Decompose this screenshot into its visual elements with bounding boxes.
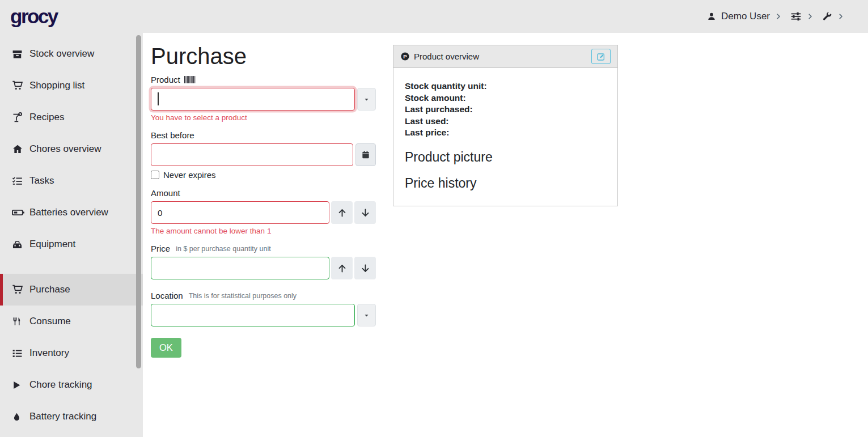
app-window: grocy Demo User <box>0 0 868 437</box>
never-expires-checkbox[interactable] <box>151 171 159 179</box>
amount-increment-button[interactable] <box>331 201 353 224</box>
sidebar-item-label: Chores overview <box>29 143 101 155</box>
stat-last-used: Last used: <box>405 116 606 128</box>
best-before-label: Best before <box>151 130 194 140</box>
price-history-heading: Price history <box>405 176 606 191</box>
arrow-down-icon <box>361 264 370 273</box>
price-field-group: Price in $ per purchase quantity unit <box>151 244 376 279</box>
arrow-up-icon <box>337 208 347 218</box>
wrench-icon <box>822 11 832 22</box>
amount-error-text: The amount cannot be lower than 1 <box>151 227 376 235</box>
location-input[interactable] <box>151 304 355 326</box>
sidebar-item-label: Stock overview <box>29 48 94 60</box>
page-title: Purchase <box>151 44 376 69</box>
svg-text:P: P <box>403 53 407 60</box>
battery-icon <box>12 206 24 219</box>
sliders-icon <box>790 11 802 22</box>
sidebar-item-label: Shopping list <box>29 80 84 91</box>
stat-last-price: Last price: <box>405 127 606 139</box>
price-input[interactable] <box>151 257 329 279</box>
utensils-icon <box>12 316 24 326</box>
ok-button[interactable]: OK <box>151 338 181 358</box>
sidebar-item-equipment[interactable]: Equipment <box>0 228 143 260</box>
play-icon <box>12 380 24 390</box>
text-cursor <box>158 92 159 105</box>
amount-input[interactable] <box>151 201 329 224</box>
sidebar-item-label: Equipment <box>29 239 75 250</box>
location-dropdown-button[interactable] <box>357 304 376 326</box>
arrow-up-icon <box>337 264 347 273</box>
user-icon <box>707 12 716 21</box>
product-circle-icon: P <box>400 52 410 61</box>
location-label: Location <box>151 291 183 300</box>
product-input[interactable] <box>151 88 355 111</box>
price-hint: in $ per purchase quantity unit <box>176 245 270 253</box>
product-overview-title: Product overview <box>414 52 479 61</box>
sidebar-item-purchase[interactable]: Purchase <box>0 274 143 306</box>
stat-stock-amount: Stock amount: <box>405 92 606 104</box>
chevron-right-icon <box>775 13 782 20</box>
price-increment-button[interactable] <box>331 257 353 279</box>
sidebar-item-batteries-overview[interactable]: Batteries overview <box>0 197 143 228</box>
sidebar-item-inventory[interactable]: Inventory <box>0 337 143 369</box>
top-bar: grocy Demo User <box>0 0 868 33</box>
sidebar-item-label: Recipes <box>29 112 64 123</box>
sidebar-item-label: Inventory <box>29 347 69 359</box>
product-dropdown-button[interactable] <box>357 88 376 111</box>
sidebar-item-label: Purchase <box>29 284 70 295</box>
arrow-down-icon <box>361 208 370 218</box>
sidebar: Stock overview Shopping list Recipes Cho… <box>0 33 143 437</box>
settings-menu[interactable] <box>790 11 814 22</box>
amount-label: Amount <box>151 188 180 198</box>
best-before-input[interactable] <box>151 143 353 166</box>
main-content: Purchase Product <box>143 33 868 437</box>
product-picture-heading: Product picture <box>405 150 606 165</box>
box-icon <box>12 49 24 60</box>
cocktail-icon <box>12 112 24 123</box>
product-overview-header: P Product overview <box>393 45 617 68</box>
user-menu[interactable]: Demo User <box>707 11 782 22</box>
sidebar-item-label: Battery tracking <box>29 411 96 422</box>
home-icon <box>12 143 24 155</box>
sidebar-scrollbar-thumb[interactable] <box>136 35 141 368</box>
sidebar-item-recipes[interactable]: Recipes <box>0 101 143 133</box>
sidebar-item-label: Batteries overview <box>29 207 108 218</box>
location-hint: This is for statistical purposes only <box>189 292 297 300</box>
sidebar-item-chores-overview[interactable]: Chores overview <box>0 133 143 165</box>
sidebar-item-stock-overview[interactable]: Stock overview <box>0 38 143 70</box>
stat-last-purchased: Last purchased: <box>405 104 606 116</box>
toolbox-icon <box>12 239 24 250</box>
sidebar-item-consume[interactable]: Consume <box>0 306 143 337</box>
droplet-icon <box>12 412 24 422</box>
top-bar-menu: Demo User <box>707 11 844 22</box>
sidebar-item-label: Consume <box>29 316 71 327</box>
product-label: Product <box>151 75 180 84</box>
calendar-button[interactable] <box>355 143 376 166</box>
user-menu-label: Demo User <box>721 11 770 22</box>
never-expires-label: Never expires <box>163 170 216 180</box>
amount-field-group: Amount The amount cannot be <box>151 188 376 235</box>
sidebar-item-shopping-list[interactable]: Shopping list <box>0 70 143 101</box>
product-overview-body: Stock quantity unit: Stock amount: Last … <box>393 68 617 206</box>
stat-stock-quantity-unit: Stock quantity unit: <box>405 80 606 92</box>
admin-menu[interactable] <box>822 11 844 22</box>
tasks-icon <box>12 176 24 186</box>
grocy-logo[interactable]: grocy <box>10 5 57 28</box>
product-error-text: You have to select a product <box>151 113 376 122</box>
edit-product-button[interactable] <box>591 49 611 64</box>
sidebar-item-chore-tracking[interactable]: Chore tracking <box>0 369 143 401</box>
product-overview-card: P Product overview Stock quantity unit: … <box>393 45 618 206</box>
sidebar-item-tasks[interactable]: Tasks <box>0 165 143 197</box>
amount-decrement-button[interactable] <box>354 201 376 224</box>
barcode-icon[interactable] <box>184 76 196 83</box>
product-field-group: Product You have to select a product <box>151 75 376 122</box>
sidebar-item-label: Tasks <box>29 175 54 186</box>
best-before-field-group: Best before Never expires <box>151 130 376 180</box>
shopping-cart-icon <box>12 80 24 91</box>
purchase-form: Purchase Product <box>151 43 376 358</box>
price-label: Price <box>151 244 170 253</box>
price-decrement-button[interactable] <box>354 257 376 279</box>
sidebar-item-battery-tracking[interactable]: Battery tracking <box>0 401 143 432</box>
sidebar-item-label: Chore tracking <box>29 379 92 391</box>
list-icon <box>12 348 24 359</box>
